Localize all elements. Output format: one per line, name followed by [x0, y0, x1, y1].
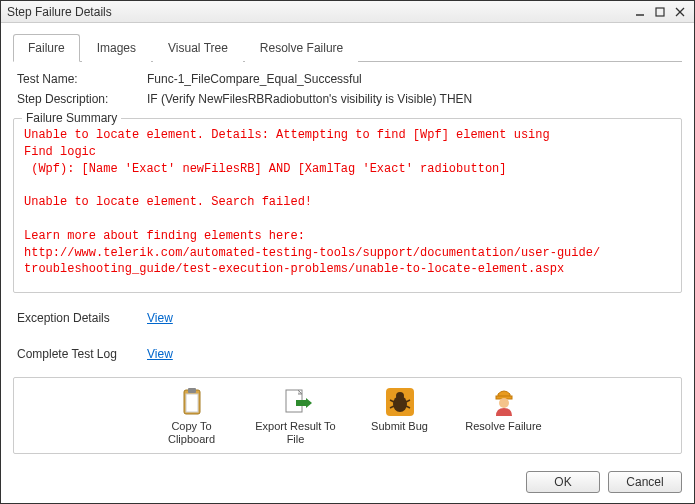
cancel-button[interactable]: Cancel [608, 471, 682, 493]
tab-failure[interactable]: Failure [13, 34, 80, 62]
failure-summary-box: Failure Summary Unable to locate element… [13, 118, 682, 293]
tab-images[interactable]: Images [82, 34, 151, 62]
maximize-button[interactable] [652, 5, 668, 19]
window: Step Failure Details Failure Images Visu… [0, 0, 695, 504]
window-controls [632, 5, 688, 19]
svg-point-17 [499, 398, 509, 408]
export-result-action[interactable]: Export Result To File [255, 386, 337, 446]
tab-visual-tree[interactable]: Visual Tree [153, 34, 243, 62]
test-name-value: Func-1_FileCompare_Equal_Successful [147, 72, 362, 86]
submit-bug-action[interactable]: Submit Bug [359, 386, 441, 446]
svg-rect-5 [186, 394, 198, 412]
actions-toolbar: Copy To Clipboard Export Result To File … [13, 377, 682, 453]
svg-point-11 [396, 392, 404, 400]
complete-test-log-label: Complete Test Log [17, 347, 147, 361]
test-name-label: Test Name: [17, 72, 147, 86]
titlebar: Step Failure Details [1, 1, 694, 23]
step-description-row: Step Description: IF (Verify NewFilesRBR… [13, 92, 682, 106]
tab-resolve-failure[interactable]: Resolve Failure [245, 34, 358, 62]
clipboard-icon [176, 386, 208, 418]
exception-details-label: Exception Details [17, 311, 147, 325]
complete-test-log-link[interactable]: View [147, 347, 173, 361]
copy-to-clipboard-action[interactable]: Copy To Clipboard [151, 386, 233, 446]
export-file-icon [280, 386, 312, 418]
content-area: Failure Images Visual Tree Resolve Failu… [1, 23, 694, 463]
bug-icon [384, 386, 416, 418]
exception-details-link[interactable]: View [147, 311, 173, 325]
close-button[interactable] [672, 5, 688, 19]
ok-button[interactable]: OK [526, 471, 600, 493]
resolve-failure-label: Resolve Failure [465, 420, 541, 433]
failure-summary-legend: Failure Summary [22, 111, 121, 125]
failure-summary-text: Unable to locate element. Details: Attem… [24, 127, 671, 278]
submit-bug-label: Submit Bug [371, 420, 428, 433]
exception-details-row: Exception Details View [13, 311, 682, 325]
tab-strip: Failure Images Visual Tree Resolve Failu… [13, 33, 682, 62]
window-title: Step Failure Details [7, 5, 632, 19]
minimize-button[interactable] [632, 5, 648, 19]
export-result-label: Export Result To File [255, 420, 337, 446]
test-name-row: Test Name: Func-1_FileCompare_Equal_Succ… [13, 72, 682, 86]
svg-marker-8 [306, 398, 312, 408]
complete-test-log-row: Complete Test Log View [13, 347, 682, 361]
copy-to-clipboard-label: Copy To Clipboard [151, 420, 233, 446]
svg-rect-6 [188, 388, 196, 393]
svg-rect-1 [656, 8, 664, 16]
step-description-value: IF (Verify NewFilesRBRadiobutton's visib… [147, 92, 472, 106]
resolve-failure-action[interactable]: Resolve Failure [463, 386, 545, 446]
step-description-label: Step Description: [17, 92, 147, 106]
worker-icon [488, 386, 520, 418]
dialog-footer: OK Cancel [1, 463, 694, 503]
